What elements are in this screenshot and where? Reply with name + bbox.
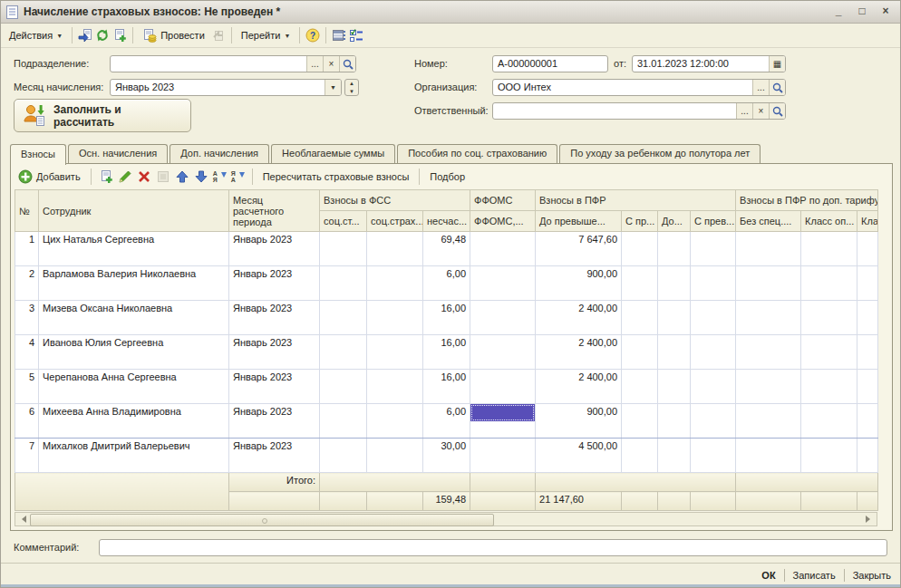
copy-icon[interactable] (112, 28, 127, 43)
col-group-ffoms[interactable]: ФФОМС (470, 190, 536, 211)
cell-pfr1[interactable]: 900,00 (536, 266, 622, 301)
cell-ffoms[interactable] (470, 301, 536, 335)
cell-extra2[interactable] (801, 370, 857, 404)
cell-extra1[interactable] (736, 404, 801, 439)
cell-extra1[interactable] (736, 232, 801, 266)
cell-pfr2[interactable] (622, 439, 658, 473)
move-up-icon[interactable] (175, 169, 189, 184)
cell-fss1[interactable] (320, 370, 367, 404)
col-pfr-4[interactable]: С прев... (691, 211, 736, 232)
magnifier-icon[interactable] (339, 56, 355, 72)
calendar-icon[interactable]: ▦ (769, 56, 785, 72)
col-pfr-1[interactable]: До превыше... (536, 211, 622, 232)
cell-ffoms[interactable] (470, 370, 536, 404)
cell-pfr2[interactable] (622, 370, 658, 404)
cell-num[interactable]: 2 (15, 266, 39, 301)
cell-extra1[interactable] (736, 301, 801, 335)
cell-fss3[interactable]: 30,00 (423, 439, 470, 473)
cell-extra3[interactable] (857, 404, 878, 439)
close-button[interactable]: × (877, 5, 895, 19)
actions-menu-button[interactable]: Действия ▼ (5, 28, 66, 43)
col-fss-1[interactable]: соц.ст... (320, 211, 367, 232)
cell-num[interactable]: 6 (15, 404, 39, 439)
clear-button[interactable]: × (323, 56, 339, 72)
cell-num[interactable]: 1 (15, 232, 39, 266)
cell-extra1[interactable] (736, 370, 801, 404)
ok-button[interactable]: ОК (761, 570, 775, 581)
cell-extra2[interactable] (801, 232, 857, 266)
clear-button[interactable]: × (752, 103, 769, 119)
cell-extra3[interactable] (857, 370, 878, 404)
cell-fss3[interactable]: 6,00 (423, 266, 470, 301)
cell-pfr1[interactable]: 4 500,00 (536, 439, 622, 473)
cell-extra2[interactable] (801, 335, 857, 370)
cell-pfr4[interactable] (691, 232, 736, 266)
cell-pfr1[interactable]: 7 647,60 (536, 232, 622, 266)
cell-fss3[interactable]: 16,00 (423, 301, 470, 335)
cell-pfr4[interactable] (691, 404, 736, 439)
cell-ffoms[interactable] (470, 439, 536, 473)
edit-row-icon[interactable] (118, 169, 132, 184)
checkbox-list-icon[interactable] (349, 28, 363, 43)
col-fss-2[interactable]: соц.страх... (367, 211, 423, 232)
cell-num[interactable]: 5 (15, 370, 39, 404)
cell-pfr3[interactable] (658, 335, 691, 370)
date-field[interactable]: 31.01.2023 12:00:00 ▦ (632, 55, 786, 72)
save-icon[interactable] (78, 28, 92, 43)
add-row-button[interactable]: Добавить (15, 169, 83, 185)
maximize-button[interactable]: □ (853, 5, 871, 19)
col-num[interactable]: № (15, 190, 39, 232)
col-extra-1[interactable]: Без спец.... (736, 211, 801, 232)
cell-pfr3[interactable] (658, 266, 691, 301)
refresh-icon[interactable] (95, 28, 110, 43)
col-extra-3[interactable]: Клас (857, 211, 878, 232)
cell-pfr4[interactable] (691, 335, 736, 370)
responsible-field[interactable]: ... × (492, 102, 786, 120)
cell-extra3[interactable] (857, 439, 878, 473)
month-spinner[interactable]: ▲ ▼ (344, 79, 359, 96)
cell-employee[interactable]: Мизева Оксана Николаевна (39, 301, 229, 335)
ellipsis-button[interactable]: ... (736, 103, 752, 119)
cell-pfr2[interactable] (622, 232, 658, 266)
cell-fss2[interactable] (367, 439, 423, 473)
scroll-left-icon[interactable] (15, 513, 29, 525)
cell-extra2[interactable] (801, 301, 857, 335)
pick-button[interactable]: Подбор (427, 170, 468, 183)
cell-fss2[interactable] (367, 232, 423, 266)
table-sections-icon[interactable] (332, 28, 346, 43)
cell-period[interactable]: Январь 2023 (229, 301, 320, 335)
col-fss-3[interactable]: несчас... (423, 211, 470, 232)
spin-up-icon[interactable]: ▲ (345, 80, 358, 88)
cell-extra2[interactable] (801, 266, 857, 301)
cell-employee[interactable]: Иванова Юлия Сергеевна (39, 335, 229, 370)
cell-fss2[interactable] (367, 301, 423, 335)
cell-pfr2[interactable] (622, 301, 658, 335)
cell-employee[interactable]: Черепанова Анна Сергеевна (39, 370, 229, 404)
cell-period[interactable]: Январь 2023 (229, 232, 320, 266)
spin-down-icon[interactable]: ▼ (345, 88, 358, 96)
cell-period[interactable]: Январь 2023 (229, 404, 320, 439)
cell-ffoms-selected[interactable] (470, 404, 536, 439)
cell-extra1[interactable] (736, 439, 801, 473)
cell-extra2[interactable] (801, 404, 857, 439)
cell-extra3[interactable] (857, 266, 878, 301)
cell-fss1[interactable] (320, 335, 367, 370)
col-period[interactable]: Месяц расчетного периода (229, 190, 320, 232)
magnifier-icon[interactable] (769, 80, 785, 95)
cell-fss1[interactable] (320, 404, 367, 439)
recalculate-button[interactable]: Пересчитать страховые взносы (260, 170, 412, 183)
sort-desc-icon[interactable]: ЯА (231, 170, 245, 184)
post-button[interactable]: Провести (139, 26, 208, 44)
comment-field[interactable] (99, 539, 887, 556)
cell-extra1[interactable] (736, 266, 801, 301)
cell-pfr2[interactable] (622, 404, 658, 439)
col-group-fss[interactable]: Взносы в ФСС (320, 190, 470, 211)
col-ffoms-1[interactable]: ФФОМС,... (470, 211, 536, 232)
sort-asc-icon[interactable]: АЯ (213, 170, 227, 184)
col-extra-2[interactable]: Класс оп... (801, 211, 857, 232)
cell-pfr3[interactable] (658, 301, 691, 335)
cell-fss2[interactable] (367, 404, 423, 439)
cell-pfr4[interactable] (691, 439, 736, 473)
number-field[interactable]: А-000000001 (492, 55, 608, 72)
copy-row-icon[interactable] (99, 169, 113, 184)
